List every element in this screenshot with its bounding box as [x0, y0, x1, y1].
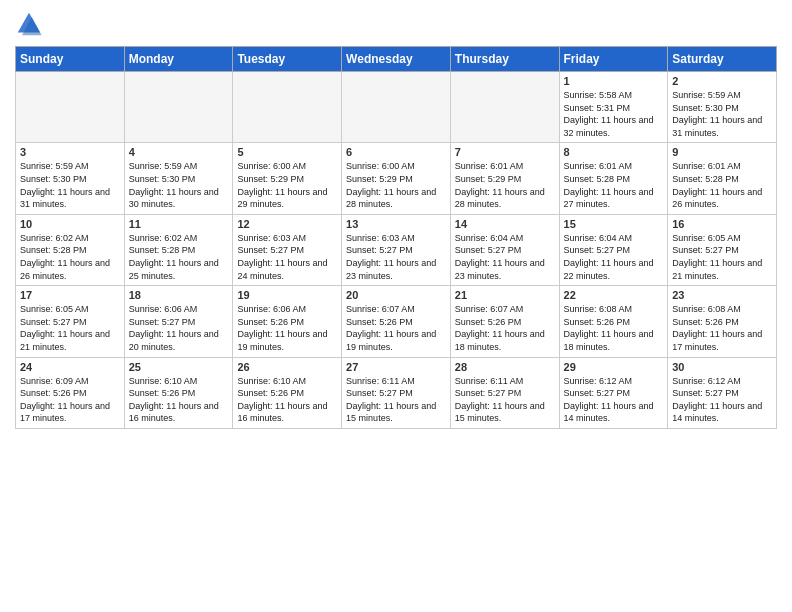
calendar-cell: [16, 72, 125, 143]
calendar-cell: 27Sunrise: 6:11 AM Sunset: 5:27 PM Dayli…: [342, 357, 451, 428]
calendar-cell: 16Sunrise: 6:05 AM Sunset: 5:27 PM Dayli…: [668, 214, 777, 285]
day-number: 26: [237, 361, 337, 373]
day-info: Sunrise: 6:08 AM Sunset: 5:26 PM Dayligh…: [672, 303, 772, 353]
calendar-cell: 22Sunrise: 6:08 AM Sunset: 5:26 PM Dayli…: [559, 286, 668, 357]
day-info: Sunrise: 5:59 AM Sunset: 5:30 PM Dayligh…: [129, 160, 229, 210]
day-number: 20: [346, 289, 446, 301]
day-number: 14: [455, 218, 555, 230]
header: [15, 10, 777, 38]
day-info: Sunrise: 6:09 AM Sunset: 5:26 PM Dayligh…: [20, 375, 120, 425]
day-number: 28: [455, 361, 555, 373]
day-info: Sunrise: 6:01 AM Sunset: 5:28 PM Dayligh…: [564, 160, 664, 210]
day-number: 11: [129, 218, 229, 230]
day-info: Sunrise: 6:07 AM Sunset: 5:26 PM Dayligh…: [455, 303, 555, 353]
calendar-cell: 4Sunrise: 5:59 AM Sunset: 5:30 PM Daylig…: [124, 143, 233, 214]
day-number: 30: [672, 361, 772, 373]
day-number: 25: [129, 361, 229, 373]
weekday-header-row: SundayMondayTuesdayWednesdayThursdayFrid…: [16, 47, 777, 72]
calendar-cell: 25Sunrise: 6:10 AM Sunset: 5:26 PM Dayli…: [124, 357, 233, 428]
week-row-3: 17Sunrise: 6:05 AM Sunset: 5:27 PM Dayli…: [16, 286, 777, 357]
day-info: Sunrise: 6:11 AM Sunset: 5:27 PM Dayligh…: [455, 375, 555, 425]
week-row-0: 1Sunrise: 5:58 AM Sunset: 5:31 PM Daylig…: [16, 72, 777, 143]
day-number: 21: [455, 289, 555, 301]
week-row-1: 3Sunrise: 5:59 AM Sunset: 5:30 PM Daylig…: [16, 143, 777, 214]
day-info: Sunrise: 6:01 AM Sunset: 5:29 PM Dayligh…: [455, 160, 555, 210]
day-info: Sunrise: 6:02 AM Sunset: 5:28 PM Dayligh…: [20, 232, 120, 282]
day-info: Sunrise: 5:58 AM Sunset: 5:31 PM Dayligh…: [564, 89, 664, 139]
calendar-cell: 9Sunrise: 6:01 AM Sunset: 5:28 PM Daylig…: [668, 143, 777, 214]
day-number: 6: [346, 146, 446, 158]
day-info: Sunrise: 6:11 AM Sunset: 5:27 PM Dayligh…: [346, 375, 446, 425]
day-number: 5: [237, 146, 337, 158]
day-info: Sunrise: 6:03 AM Sunset: 5:27 PM Dayligh…: [237, 232, 337, 282]
page: SundayMondayTuesdayWednesdayThursdayFrid…: [0, 0, 792, 612]
day-number: 22: [564, 289, 664, 301]
weekday-header-saturday: Saturday: [668, 47, 777, 72]
day-number: 12: [237, 218, 337, 230]
calendar-cell: 24Sunrise: 6:09 AM Sunset: 5:26 PM Dayli…: [16, 357, 125, 428]
week-row-2: 10Sunrise: 6:02 AM Sunset: 5:28 PM Dayli…: [16, 214, 777, 285]
weekday-header-sunday: Sunday: [16, 47, 125, 72]
calendar-cell: 14Sunrise: 6:04 AM Sunset: 5:27 PM Dayli…: [450, 214, 559, 285]
calendar-cell: 8Sunrise: 6:01 AM Sunset: 5:28 PM Daylig…: [559, 143, 668, 214]
day-number: 18: [129, 289, 229, 301]
day-number: 27: [346, 361, 446, 373]
calendar-cell: 29Sunrise: 6:12 AM Sunset: 5:27 PM Dayli…: [559, 357, 668, 428]
day-info: Sunrise: 6:04 AM Sunset: 5:27 PM Dayligh…: [564, 232, 664, 282]
day-info: Sunrise: 6:06 AM Sunset: 5:26 PM Dayligh…: [237, 303, 337, 353]
calendar-cell: [233, 72, 342, 143]
day-number: 29: [564, 361, 664, 373]
calendar-cell: 19Sunrise: 6:06 AM Sunset: 5:26 PM Dayli…: [233, 286, 342, 357]
day-number: 10: [20, 218, 120, 230]
day-info: Sunrise: 6:12 AM Sunset: 5:27 PM Dayligh…: [672, 375, 772, 425]
day-info: Sunrise: 6:03 AM Sunset: 5:27 PM Dayligh…: [346, 232, 446, 282]
day-number: 17: [20, 289, 120, 301]
calendar-cell: 11Sunrise: 6:02 AM Sunset: 5:28 PM Dayli…: [124, 214, 233, 285]
day-info: Sunrise: 6:08 AM Sunset: 5:26 PM Dayligh…: [564, 303, 664, 353]
weekday-header-wednesday: Wednesday: [342, 47, 451, 72]
calendar-cell: 18Sunrise: 6:06 AM Sunset: 5:27 PM Dayli…: [124, 286, 233, 357]
day-number: 4: [129, 146, 229, 158]
calendar-cell: 20Sunrise: 6:07 AM Sunset: 5:26 PM Dayli…: [342, 286, 451, 357]
day-info: Sunrise: 6:00 AM Sunset: 5:29 PM Dayligh…: [346, 160, 446, 210]
day-number: 8: [564, 146, 664, 158]
day-number: 1: [564, 75, 664, 87]
week-row-4: 24Sunrise: 6:09 AM Sunset: 5:26 PM Dayli…: [16, 357, 777, 428]
weekday-header-friday: Friday: [559, 47, 668, 72]
day-info: Sunrise: 6:07 AM Sunset: 5:26 PM Dayligh…: [346, 303, 446, 353]
calendar-cell: 10Sunrise: 6:02 AM Sunset: 5:28 PM Dayli…: [16, 214, 125, 285]
calendar-cell: 2Sunrise: 5:59 AM Sunset: 5:30 PM Daylig…: [668, 72, 777, 143]
day-info: Sunrise: 5:59 AM Sunset: 5:30 PM Dayligh…: [672, 89, 772, 139]
day-number: 7: [455, 146, 555, 158]
day-number: 16: [672, 218, 772, 230]
day-number: 3: [20, 146, 120, 158]
calendar-cell: 30Sunrise: 6:12 AM Sunset: 5:27 PM Dayli…: [668, 357, 777, 428]
weekday-header-thursday: Thursday: [450, 47, 559, 72]
calendar-table: SundayMondayTuesdayWednesdayThursdayFrid…: [15, 46, 777, 429]
day-info: Sunrise: 6:01 AM Sunset: 5:28 PM Dayligh…: [672, 160, 772, 210]
calendar-cell: 21Sunrise: 6:07 AM Sunset: 5:26 PM Dayli…: [450, 286, 559, 357]
day-info: Sunrise: 6:02 AM Sunset: 5:28 PM Dayligh…: [129, 232, 229, 282]
weekday-header-tuesday: Tuesday: [233, 47, 342, 72]
day-number: 24: [20, 361, 120, 373]
logo-icon: [15, 10, 43, 38]
calendar-cell: 5Sunrise: 6:00 AM Sunset: 5:29 PM Daylig…: [233, 143, 342, 214]
day-number: 23: [672, 289, 772, 301]
calendar-cell: 23Sunrise: 6:08 AM Sunset: 5:26 PM Dayli…: [668, 286, 777, 357]
calendar-cell: 12Sunrise: 6:03 AM Sunset: 5:27 PM Dayli…: [233, 214, 342, 285]
day-info: Sunrise: 6:10 AM Sunset: 5:26 PM Dayligh…: [129, 375, 229, 425]
calendar-cell: 13Sunrise: 6:03 AM Sunset: 5:27 PM Dayli…: [342, 214, 451, 285]
day-number: 13: [346, 218, 446, 230]
day-info: Sunrise: 6:04 AM Sunset: 5:27 PM Dayligh…: [455, 232, 555, 282]
day-info: Sunrise: 6:06 AM Sunset: 5:27 PM Dayligh…: [129, 303, 229, 353]
calendar-cell: 26Sunrise: 6:10 AM Sunset: 5:26 PM Dayli…: [233, 357, 342, 428]
day-info: Sunrise: 6:05 AM Sunset: 5:27 PM Dayligh…: [20, 303, 120, 353]
calendar-cell: 17Sunrise: 6:05 AM Sunset: 5:27 PM Dayli…: [16, 286, 125, 357]
logo: [15, 10, 47, 38]
calendar-cell: 3Sunrise: 5:59 AM Sunset: 5:30 PM Daylig…: [16, 143, 125, 214]
calendar-cell: 28Sunrise: 6:11 AM Sunset: 5:27 PM Dayli…: [450, 357, 559, 428]
day-info: Sunrise: 6:00 AM Sunset: 5:29 PM Dayligh…: [237, 160, 337, 210]
day-number: 19: [237, 289, 337, 301]
calendar-cell: 6Sunrise: 6:00 AM Sunset: 5:29 PM Daylig…: [342, 143, 451, 214]
day-number: 2: [672, 75, 772, 87]
